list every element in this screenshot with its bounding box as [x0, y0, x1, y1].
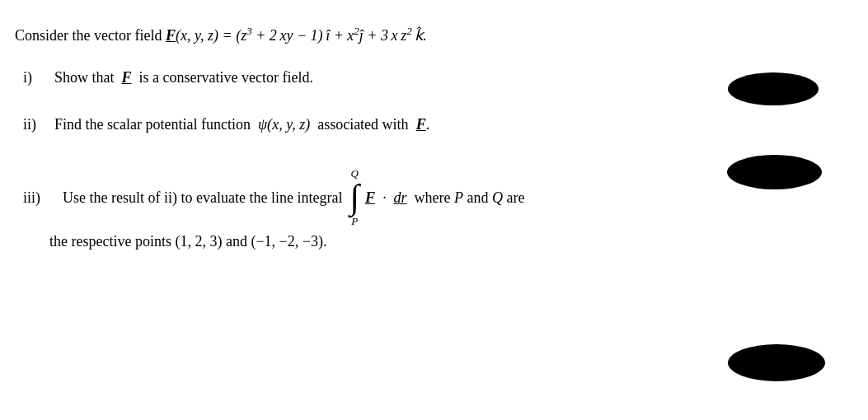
part-i-text: Show that F is a conservative vector fie… [54, 66, 313, 90]
integrand-dr: dr [393, 189, 406, 206]
integral-expression: Q ∫ P F · dr [350, 167, 406, 228]
field-name: F [166, 24, 176, 48]
part-ii-line: ii) Find the scalar potential function ψ… [15, 113, 843, 137]
part-iii-text-after: where P and Q are [406, 189, 524, 207]
part-i-label: i) [23, 66, 54, 90]
part-iii-points: the respective points (1, 2, 3) and (−1,… [49, 233, 326, 250]
intro-text: Consider the vector field [15, 24, 162, 48]
field-definition: (x, y, z) = (z3 + 2 xy − 1) î + x2ĵ + 3 … [176, 23, 427, 48]
part-ii-text: Find the scalar potential function ψ(x, … [54, 113, 429, 137]
part-iii-label: iii) [23, 189, 63, 207]
integrand-field: F [365, 189, 375, 206]
part-i-line: i) Show that F is a conservative vector … [15, 66, 843, 90]
part-iii-line: iii) Use the result of ii) to evaluate t… [15, 167, 843, 228]
part-iii-text-before: Use the result of ii) to evaluate the li… [63, 189, 350, 207]
redacted-blob-3 [728, 344, 825, 381]
integrand: F · dr [365, 189, 407, 207]
part-ii-label: ii) [23, 113, 54, 137]
part-iii-subline: the respective points (1, 2, 3) and (−1,… [15, 233, 843, 250]
part-ii-field-ref: F [416, 116, 426, 133]
page-content: Consider the vector field F(x, y, z) = (… [0, 0, 868, 273]
part-ii-func: ψ(x, y, z) [258, 116, 310, 133]
part-i-field-ref: F [122, 69, 132, 86]
redacted-blob-1 [728, 72, 819, 105]
integral-lower-limit: P [351, 215, 358, 228]
intro-line: Consider the vector field F(x, y, z) = (… [15, 23, 843, 48]
integral-symbol: ∫ [350, 182, 359, 213]
redacted-blob-2 [727, 155, 822, 189]
